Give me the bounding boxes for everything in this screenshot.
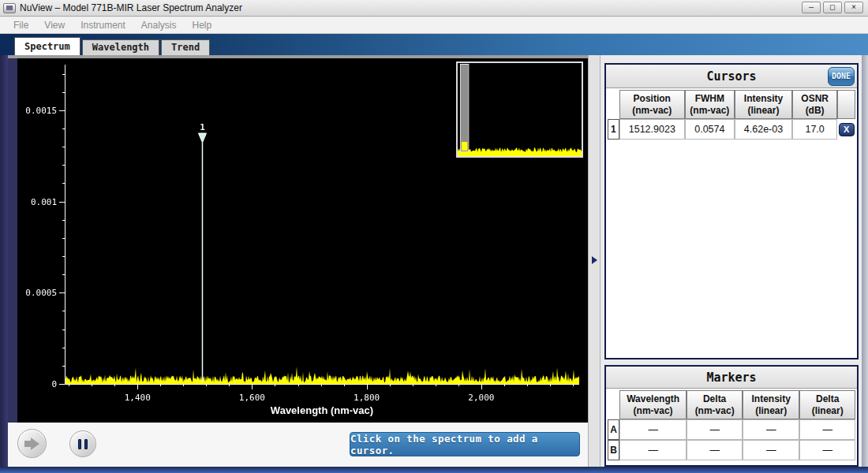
menu-help[interactable]: Help	[185, 18, 219, 32]
panel-splitter[interactable]	[588, 55, 600, 467]
marker-b-delta-lin: —	[799, 440, 855, 460]
overview-inset[interactable]	[456, 61, 583, 158]
cursor-fwhm-value: 0.0574	[685, 119, 735, 140]
tab-wavelength[interactable]: Wavelength	[82, 39, 159, 55]
marker-row-a: A — — — —	[608, 419, 855, 440]
tab-spectrum[interactable]: Spectrum	[14, 37, 80, 55]
minimize-button[interactable]: —	[802, 2, 821, 13]
right-panel-area: Cursors DONE Position (nm-vac) FWHM (nm-…	[600, 55, 862, 467]
cursors-panel: Cursors DONE Position (nm-vac) FWHM (nm-…	[604, 63, 859, 359]
title-bar: NuView – Model 771B-MIR Laser Spectrum A…	[0, 0, 868, 17]
cursors-header-osnr: OSNR (dB)	[792, 90, 837, 119]
pause-icon	[78, 439, 81, 449]
tab-strip: Spectrum Wavelength Trend	[0, 34, 868, 55]
marker-a-delta-nm: —	[687, 419, 743, 440]
markers-header-row: Wavelength (nm-vac) Delta (nm-vac) Inten…	[608, 390, 855, 419]
marker-a-intensity: —	[743, 419, 800, 440]
window-border-bottom	[0, 467, 868, 473]
marker-b-wavelength: —	[619, 440, 687, 460]
markers-header-delta-lin: Delta (linear)	[799, 390, 855, 419]
delete-cursor-button[interactable]: X	[839, 123, 855, 136]
marker-row-b: B — — — —	[608, 440, 855, 460]
panel-collapse-arrow-icon[interactable]	[592, 256, 597, 264]
menu-instrument[interactable]: Instrument	[73, 18, 133, 32]
marker-b-intensity: —	[743, 440, 800, 460]
cursors-table: Position (nm-vac) FWHM (nm-vac) Intensit…	[606, 88, 857, 140]
cursors-header-position: Position (nm-vac)	[619, 90, 685, 119]
plot-left-margin	[8, 58, 17, 423]
cursors-panel-titlebar: Cursors DONE	[606, 65, 857, 88]
menu-view[interactable]: View	[37, 18, 72, 32]
marker-b-delta-nm: —	[687, 440, 743, 460]
window-title: NuView – Model 771B-MIR Laser Spectrum A…	[20, 2, 242, 13]
cursors-header-delete	[837, 90, 855, 119]
app-window: NuView – Model 771B-MIR Laser Spectrum A…	[0, 0, 868, 473]
markers-panel-title: Markers	[706, 371, 756, 385]
markers-panel-titlebar: Markers	[606, 367, 857, 389]
marker-a-delta-lin: —	[799, 419, 855, 440]
markers-header-blank	[608, 390, 619, 419]
cursor-row-id: 1	[608, 119, 619, 140]
markers-header-delta-nm: Delta (nm-vac)	[687, 390, 743, 419]
markers-header-intensity: Intensity (linear)	[743, 390, 800, 419]
markers-table: Wavelength (nm-vac) Delta (nm-vac) Inten…	[606, 389, 857, 460]
window-border-right	[862, 55, 868, 467]
cursor-osnr-value: 17.0	[792, 119, 837, 140]
footer-strip: Click on the spectrum to add a cursor.	[8, 423, 588, 467]
play-icon	[24, 438, 39, 450]
close-button[interactable]: ×	[844, 2, 863, 13]
run-button[interactable]	[17, 429, 47, 458]
maximize-button[interactable]: □	[823, 2, 842, 13]
overview-inset-plot[interactable]	[458, 63, 582, 156]
menu-file[interactable]: File	[6, 18, 36, 32]
cursor-position-value: 1512.9023	[619, 119, 685, 140]
marker-b-label: B	[608, 440, 619, 460]
menu-analysis[interactable]: Analysis	[134, 18, 184, 32]
cursors-panel-title: Cursors	[706, 69, 756, 84]
cursors-header-blank	[608, 90, 619, 119]
pause-button[interactable]	[69, 430, 96, 457]
cursors-header-intensity: Intensity (linear)	[735, 90, 792, 119]
markers-header-wavelength: Wavelength (nm-vac)	[619, 390, 687, 419]
marker-a-label: A	[608, 419, 619, 440]
cursor-intensity-value: 4.62e-03	[735, 119, 792, 140]
marker-a-wavelength: —	[619, 419, 687, 440]
cursor-row-1: 1 1512.9023 0.0574 4.62e-03 17.0 X	[608, 119, 855, 140]
cursors-header-row: Position (nm-vac) FWHM (nm-vac) Intensit…	[608, 90, 855, 119]
done-button[interactable]: DONE	[828, 67, 855, 86]
spectrum-plot-frame	[8, 55, 588, 423]
markers-panel: Markers Wavelength (nm-vac) Delta (nm-va…	[604, 365, 859, 467]
app-icon	[3, 3, 16, 13]
cursors-header-fwhm: FWHM (nm-vac)	[685, 90, 735, 119]
menu-bar: File View Instrument Analysis Help	[0, 17, 868, 34]
status-message: Click on the spectrum to add a cursor.	[350, 432, 580, 456]
window-border-left	[0, 55, 8, 473]
tab-trend[interactable]: Trend	[161, 39, 210, 55]
